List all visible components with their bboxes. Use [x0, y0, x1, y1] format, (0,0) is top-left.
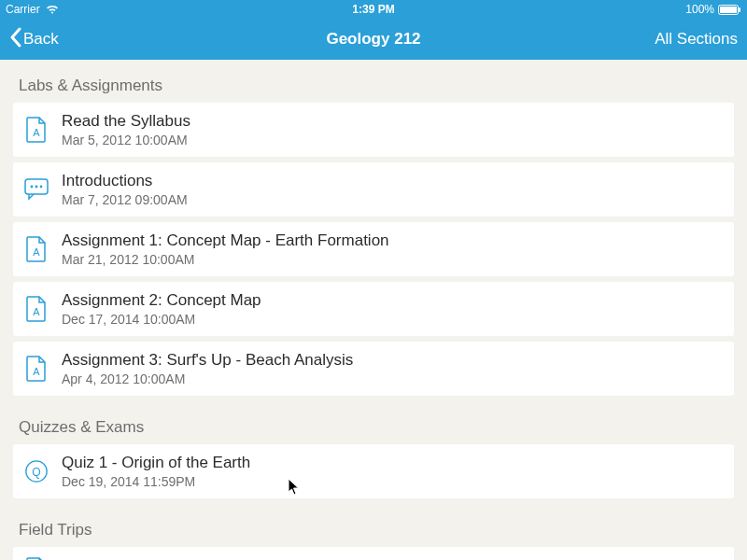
list-item[interactable]: A Assignment 2: Concept Map Dec 17, 2014… — [13, 282, 734, 336]
item-subtitle: Mar 21, 2012 10:00AM — [62, 252, 389, 267]
svg-text:Q: Q — [32, 466, 40, 479]
all-sections-button[interactable]: All Sections — [655, 30, 738, 49]
item-subtitle: Dec 17, 2014 10:00AM — [62, 312, 261, 327]
assignment-icon: A — [24, 355, 49, 383]
item-title: Assignment 3: Surf's Up - Beach Analysis — [62, 351, 353, 370]
list-item[interactable]: Q Quiz 1 - Origin of the Earth Dec 19, 2… — [13, 444, 734, 498]
quiz-icon: Q — [24, 457, 49, 485]
svg-text:A: A — [33, 246, 40, 258]
item-title: Introductions — [62, 172, 188, 190]
assignment-icon: A — [24, 235, 49, 263]
item-title: Read the Syllabus — [62, 112, 190, 131]
item-subtitle: Mar 7, 2012 09:00AM — [62, 192, 188, 207]
list-labs: A Read the Syllabus Mar 5, 2012 10:00AM … — [0, 103, 747, 396]
section-header-labs: Labs & Assignments — [0, 60, 747, 103]
section-header-field-trips: Field Trips — [0, 504, 747, 547]
back-button[interactable]: Back — [9, 27, 59, 52]
nav-bar: Back Geology 212 All Sections — [0, 19, 747, 60]
status-bar: Carrier 1:39 PM 100% — [0, 0, 747, 19]
discussion-icon — [24, 175, 49, 203]
list-quizzes: Q Quiz 1 - Origin of the Earth Dec 19, 2… — [0, 444, 747, 498]
item-subtitle: Dec 19, 2014 11:59PM — [62, 474, 250, 489]
item-subtitle: Apr 4, 2012 10:00AM — [62, 371, 353, 386]
svg-point-7 — [40, 186, 43, 189]
list-item[interactable]: Introductions Mar 7, 2012 09:00AM — [13, 162, 734, 217]
svg-rect-2 — [739, 7, 740, 12]
carrier-label: Carrier — [6, 3, 40, 16]
svg-text:A: A — [33, 366, 40, 377]
svg-text:A: A — [33, 127, 40, 138]
item-title: Quiz 1 - Origin of the Earth — [62, 454, 250, 472]
svg-rect-1 — [720, 7, 737, 13]
svg-text:A: A — [33, 306, 40, 317]
chevron-left-icon — [9, 27, 21, 52]
item-title: Assignment 1: Concept Map - Earth Format… — [62, 231, 389, 250]
item-subtitle: Mar 5, 2012 10:00AM — [62, 133, 190, 147]
svg-point-6 — [35, 186, 38, 189]
item-title: Assignment 2: Concept Map — [62, 291, 261, 310]
status-right: 100% — [685, 3, 741, 16]
assignment-icon: A — [24, 295, 49, 323]
list-item[interactable]: A Assignment 3: Surf's Up - Beach Analys… — [13, 342, 734, 396]
battery-percent: 100% — [685, 3, 714, 16]
list-item[interactable]: A Assignment 1: Concept Map - Earth Form… — [13, 222, 734, 276]
list-item[interactable]: A Field Trip Group Sign-Up — [13, 547, 734, 560]
status-time: 1:39 PM — [352, 3, 394, 16]
content-scroll[interactable]: Labs & Assignments A Read the Syllabus M… — [0, 60, 747, 560]
list-item[interactable]: A Read the Syllabus Mar 5, 2012 10:00AM — [13, 103, 734, 157]
battery-icon — [718, 5, 741, 15]
svg-point-5 — [31, 186, 34, 189]
assignment-icon: A — [24, 556, 49, 560]
list-field-trips: A Field Trip Group Sign-Up — [0, 547, 747, 560]
back-label: Back — [23, 30, 59, 49]
section-header-quizzes: Quizzes & Exams — [0, 401, 747, 444]
assignment-icon: A — [24, 116, 49, 144]
page-title: Geology 212 — [326, 30, 420, 49]
wifi-icon — [46, 5, 59, 14]
status-left: Carrier — [6, 3, 59, 16]
